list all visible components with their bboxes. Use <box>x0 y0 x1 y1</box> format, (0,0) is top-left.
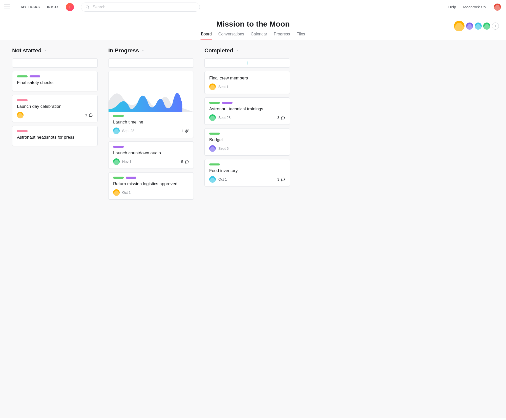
topbar: MY TASKS INBOX Help Moonrock Co. <box>0 0 506 14</box>
hamburger-menu-button[interactable] <box>0 0 14 14</box>
card-title: Budget <box>209 137 285 143</box>
column-name: Completed <box>204 47 233 54</box>
search-box[interactable] <box>81 3 200 12</box>
assignee-avatar[interactable] <box>113 158 120 165</box>
card-date: Sept 28 <box>122 129 134 133</box>
tab-progress[interactable]: Progress <box>273 32 290 40</box>
card-tags <box>113 115 189 117</box>
svg-point-2 <box>86 6 89 8</box>
card-footer: Nov 15 <box>113 158 189 165</box>
assignee-avatar[interactable] <box>113 128 120 134</box>
member-avatar-3[interactable] <box>483 23 490 30</box>
nav-my-tasks[interactable]: MY TASKS <box>21 5 40 9</box>
member-avatar-0[interactable] <box>454 21 465 31</box>
card-title: Final crew members <box>209 75 285 81</box>
card-title: Astronaut technical trainings <box>209 106 285 112</box>
task-card[interactable]: Launch timelineSept 281 <box>108 71 194 138</box>
card-date: Oct 1 <box>122 191 131 195</box>
tab-calendar[interactable]: Calendar <box>250 32 268 40</box>
tag-pink <box>17 130 28 132</box>
member-avatar-2[interactable] <box>475 23 482 30</box>
task-card[interactable]: Food inventoryOct 13 <box>204 159 290 186</box>
card-title: Astronaut headshots for press <box>17 135 93 140</box>
tag-purple <box>222 102 233 104</box>
card-date: Sept 1 <box>218 85 228 89</box>
card-meta: 3 <box>85 113 93 117</box>
task-card[interactable]: Astronaut headshots for press <box>12 126 98 146</box>
chevron-down-icon <box>141 48 144 53</box>
card-meta: 5 <box>181 159 189 164</box>
column-1: In Progress Launch timelineSept 281Launc… <box>108 47 194 203</box>
card-footer: Oct 13 <box>209 176 285 183</box>
add-member-button[interactable] <box>492 23 499 30</box>
help-link[interactable]: Help <box>448 5 456 9</box>
task-card[interactable]: Launch day celebration3 <box>12 95 98 122</box>
comment-icon <box>88 113 93 117</box>
column-header[interactable]: Completed <box>204 47 290 54</box>
global-add-button[interactable] <box>66 3 74 11</box>
comment-count: 3 <box>277 177 285 182</box>
comment-icon <box>281 115 285 120</box>
project-members <box>454 21 499 31</box>
assignee-avatar[interactable] <box>209 145 216 152</box>
project-tabs: BoardConversationsCalendarProgressFiles <box>0 32 506 40</box>
task-card[interactable]: Return mission logistics approvedOct 1 <box>108 172 194 200</box>
card-tags <box>113 177 189 179</box>
project-header: Mission to the Moon BoardConversationsCa… <box>0 14 506 40</box>
column-0: Not startedFinal safety checksLaunch day… <box>12 47 98 150</box>
task-card[interactable]: Final crew membersSept 1 <box>204 71 290 94</box>
tab-files[interactable]: Files <box>296 32 306 40</box>
workspace-switcher[interactable]: Moonrock Co. <box>463 5 487 9</box>
card-date: Nov 1 <box>122 160 132 164</box>
plus-icon <box>245 61 249 65</box>
plus-icon <box>149 61 153 65</box>
card-title: Food inventory <box>209 168 285 174</box>
tag-purple <box>126 177 136 179</box>
card-footer: Sept 1 <box>209 83 285 90</box>
card-title: Launch countdown audio <box>113 150 189 156</box>
card-meta: 1 <box>181 129 189 133</box>
comment-icon <box>184 159 189 164</box>
task-card[interactable]: Astronaut technical trainingsSept 283 <box>204 97 290 125</box>
card-footer: Oct 1 <box>113 189 189 196</box>
add-card-button[interactable] <box>108 58 194 68</box>
column-header[interactable]: In Progress <box>108 47 194 54</box>
tab-board[interactable]: Board <box>200 32 212 40</box>
assignee-avatar[interactable] <box>209 114 216 121</box>
column-header[interactable]: Not started <box>12 47 98 54</box>
assignee-avatar[interactable] <box>17 112 24 118</box>
card-meta: 3 <box>277 177 285 182</box>
tag-green <box>113 115 124 117</box>
task-card[interactable]: Launch countdown audioNov 15 <box>108 141 194 169</box>
add-card-button[interactable] <box>12 58 98 68</box>
plus-icon <box>494 24 497 28</box>
comment-count: 5 <box>181 159 189 164</box>
chevron-down-icon <box>44 48 47 53</box>
assignee-avatar[interactable] <box>209 83 216 90</box>
nav-inbox[interactable]: INBOX <box>47 5 59 9</box>
member-avatar-1[interactable] <box>466 23 473 30</box>
card-date: Sept 6 <box>218 146 228 151</box>
column-2: CompletedFinal crew membersSept 1Astrona… <box>204 47 290 190</box>
card-footer: Sept 281 <box>113 128 189 134</box>
column-name: In Progress <box>108 47 139 54</box>
card-tags <box>209 133 285 135</box>
comment-count: 3 <box>85 113 93 117</box>
task-card[interactable]: Final safety checks <box>12 71 98 91</box>
search-input[interactable] <box>92 5 196 10</box>
assignee-avatar[interactable] <box>113 189 120 196</box>
assignee-avatar[interactable] <box>209 176 216 183</box>
comment-count: 3 <box>277 115 285 120</box>
card-tags <box>17 75 93 77</box>
task-card[interactable]: BudgetSept 6 <box>204 128 290 156</box>
card-tags <box>17 99 93 101</box>
tab-conversations[interactable]: Conversations <box>218 32 245 40</box>
tag-green <box>113 177 124 179</box>
card-chart <box>109 71 194 112</box>
add-card-button[interactable] <box>204 58 290 68</box>
chevron-down-icon <box>236 48 239 53</box>
tag-green <box>209 102 220 104</box>
card-footer: Sept 283 <box>209 114 285 121</box>
current-user-avatar[interactable] <box>494 4 501 11</box>
card-footer: Sept 6 <box>209 145 285 152</box>
